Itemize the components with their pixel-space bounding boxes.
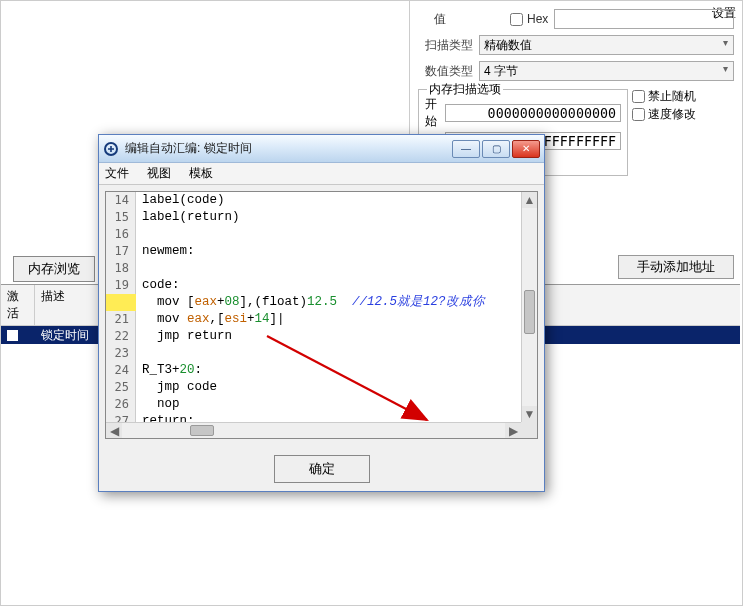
scroll-down-icon[interactable]: ▼ bbox=[522, 406, 537, 422]
vertical-scrollbar[interactable]: ▲ ▼ bbox=[521, 192, 537, 422]
code-text[interactable]: label(code) label(return) newmem: code: … bbox=[136, 192, 521, 422]
scan-type-label: 扫描类型 bbox=[418, 37, 473, 54]
horizontal-scrollbar[interactable]: ◀ ▶ bbox=[106, 422, 521, 438]
value-type-select[interactable]: 4 字节 bbox=[479, 61, 734, 81]
line-number: 19 bbox=[106, 277, 135, 294]
speedhack-label: 速度修改 bbox=[648, 106, 696, 123]
menu-template[interactable]: 模板 bbox=[189, 165, 213, 182]
col-active[interactable]: 激活 bbox=[1, 285, 35, 325]
scroll-right-icon[interactable]: ▶ bbox=[505, 423, 521, 438]
speedhack-checkbox[interactable] bbox=[632, 108, 645, 121]
app-icon bbox=[103, 141, 119, 157]
scroll-corner bbox=[521, 422, 537, 438]
auto-assemble-dialog: 编辑自动汇编: 锁定时间 — ▢ ✕ 文件 视图 模板 14 15 16 17 … bbox=[98, 134, 545, 492]
disable-random-label: 禁止随机 bbox=[648, 88, 696, 105]
hex-label: Hex bbox=[527, 12, 548, 26]
line-number: 25 bbox=[106, 379, 135, 396]
value-input[interactable] bbox=[554, 9, 734, 29]
row-active-checkbox[interactable] bbox=[7, 330, 18, 341]
menu-file[interactable]: 文件 bbox=[105, 165, 129, 182]
scroll-left-icon[interactable]: ◀ bbox=[106, 423, 122, 438]
line-number: 23 bbox=[106, 345, 135, 362]
menu-view[interactable]: 视图 bbox=[147, 165, 171, 182]
dialog-menubar: 文件 视图 模板 bbox=[99, 163, 544, 185]
line-number: 18 bbox=[106, 260, 135, 277]
gutter-highlight bbox=[106, 294, 136, 311]
line-number: 16 bbox=[106, 226, 135, 243]
line-number: 26 bbox=[106, 396, 135, 413]
scroll-up-icon[interactable]: ▲ bbox=[522, 192, 537, 208]
code-editor[interactable]: 14 15 16 17 18 19 20 21 22 23 24 25 26 2… bbox=[105, 191, 538, 439]
side-checks: 禁止随机 速度修改 bbox=[632, 87, 696, 124]
disable-random-checkbox[interactable] bbox=[632, 90, 645, 103]
ok-button[interactable]: 确定 bbox=[274, 455, 370, 483]
add-address-button[interactable]: 手动添加地址 bbox=[618, 255, 734, 279]
line-number: 15 bbox=[106, 209, 135, 226]
line-number: 24 bbox=[106, 362, 135, 379]
maximize-button[interactable]: ▢ bbox=[482, 140, 510, 158]
dialog-titlebar[interactable]: 编辑自动汇编: 锁定时间 — ▢ ✕ bbox=[99, 135, 544, 163]
line-number: 17 bbox=[106, 243, 135, 260]
scroll-thumb-h[interactable] bbox=[190, 425, 214, 436]
dialog-title: 编辑自动汇编: 锁定时间 bbox=[125, 140, 452, 157]
minimize-button[interactable]: — bbox=[452, 140, 480, 158]
line-number: 22 bbox=[106, 328, 135, 345]
scan-type-select[interactable]: 精确数值 bbox=[479, 35, 734, 55]
line-number: 14 bbox=[106, 192, 135, 209]
value-label: 值 bbox=[434, 11, 452, 28]
value-type-label: 数值类型 bbox=[418, 63, 473, 80]
close-button[interactable]: ✕ bbox=[512, 140, 540, 158]
memory-view-button[interactable]: 内存浏览 bbox=[13, 256, 95, 282]
hex-checkbox[interactable] bbox=[510, 13, 523, 26]
scroll-thumb[interactable] bbox=[524, 290, 535, 334]
start-address-input[interactable] bbox=[445, 104, 621, 122]
line-gutter: 14 15 16 17 18 19 20 21 22 23 24 25 26 2… bbox=[106, 192, 136, 422]
dialog-body: 14 15 16 17 18 19 20 21 22 23 24 25 26 2… bbox=[99, 185, 544, 445]
start-label: 开始 bbox=[425, 96, 445, 130]
mem-scan-legend: 内存扫描选项 bbox=[427, 81, 503, 98]
line-number: 21 bbox=[106, 311, 135, 328]
